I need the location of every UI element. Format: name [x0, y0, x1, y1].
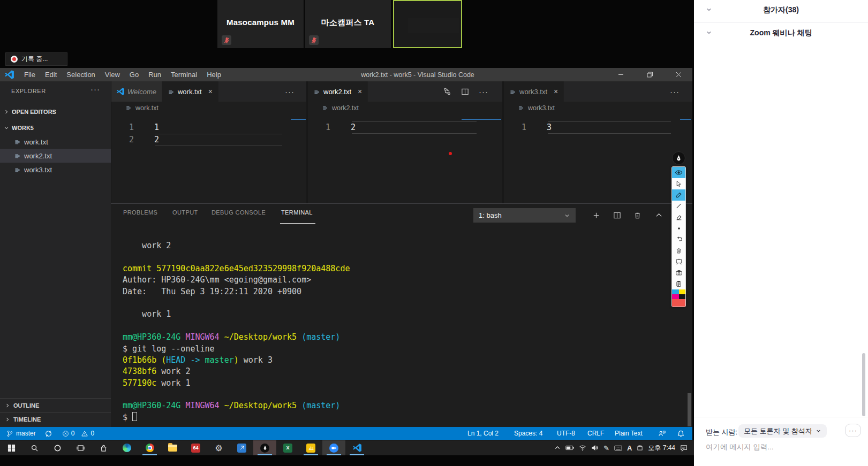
tab-problems[interactable]: PROBLEMS — [123, 209, 157, 216]
action-center-icon[interactable] — [680, 445, 688, 452]
epic-pen-taskbar-icon[interactable] — [253, 440, 276, 455]
tab-terminal[interactable]: TERMINAL — [281, 209, 313, 216]
tab-welcome[interactable]: Welcome — [111, 81, 162, 102]
restore-button[interactable] — [637, 68, 662, 81]
search-icon[interactable] — [23, 440, 46, 455]
cortana-icon[interactable] — [46, 440, 69, 455]
vscode-taskbar-icon[interactable] — [345, 440, 368, 455]
microsoft-store-icon[interactable] — [92, 440, 115, 455]
chat-more-button[interactable]: ··· — [845, 424, 861, 437]
hidden-icons-chevron[interactable] — [554, 445, 561, 451]
color-palette[interactable] — [672, 289, 685, 299]
size-dot-icon[interactable] — [672, 223, 685, 234]
encoding[interactable]: UTF-8 — [557, 427, 575, 440]
terminal-output[interactable]: work 2 commit 577190c0aa822e6e45ed323529… — [123, 240, 350, 423]
editor-content[interactable]: 1 3 — [504, 114, 692, 203]
chrome-icon[interactable] — [138, 440, 161, 455]
touch-keyboard-icon[interactable] — [614, 445, 622, 451]
menu-edit[interactable]: Edit — [40, 68, 62, 81]
breadcrumb[interactable]: work2.txt — [308, 102, 502, 114]
sync-icon[interactable] — [44, 430, 52, 438]
eol-sequence[interactable]: CRLF — [587, 427, 604, 440]
terminal-scrollbar[interactable] — [688, 393, 691, 426]
zoom-app-icon[interactable] — [322, 440, 345, 455]
breadcrumb[interactable]: work.txt — [111, 102, 306, 114]
pen-tool-icon[interactable] — [672, 201, 685, 212]
split-editor-icon[interactable] — [461, 88, 469, 96]
editor-content[interactable]: 1 1 2 2 — [111, 114, 306, 203]
cursor-position[interactable]: Ln 1, Col 2 — [467, 427, 499, 440]
errors-indicator[interactable]: 0 — [62, 430, 75, 437]
menu-view[interactable]: View — [100, 68, 125, 81]
start-button[interactable] — [0, 440, 23, 455]
minimize-button[interactable] — [608, 68, 633, 81]
menu-selection[interactable]: Selection — [62, 68, 100, 81]
editor-content[interactable]: 1 2 — [308, 114, 502, 203]
menu-help[interactable]: Help — [202, 68, 226, 81]
clipboard-icon[interactable] — [672, 278, 685, 289]
battery-icon[interactable] — [565, 445, 574, 450]
close-tab-icon[interactable]: × — [554, 87, 558, 96]
chat-header[interactable]: Zoom 웨비나 채팅 — [694, 28, 868, 38]
language-mode[interactable]: Plain Text — [615, 427, 643, 440]
folder-section-work5[interactable]: WORK5 — [0, 121, 111, 134]
tab-work3-txt[interactable]: work3.txt × — [504, 81, 564, 102]
app-64-icon[interactable]: 64 — [184, 440, 207, 455]
wifi-icon[interactable] — [579, 445, 586, 451]
file-explorer-icon[interactable] — [161, 440, 184, 455]
pen-input-icon[interactable]: ✎ — [603, 444, 609, 452]
highlighter-tool-icon[interactable] — [672, 189, 685, 201]
cursor-tool-icon[interactable] — [672, 178, 685, 189]
excel-icon[interactable]: X — [276, 440, 299, 455]
video-tile-2[interactable]: 마소캠퍼스 TA — [305, 0, 391, 48]
timeline-section[interactable]: TIMELINE — [0, 412, 111, 426]
outline-section[interactable]: OUTLINE — [0, 398, 111, 412]
clear-trash-icon[interactable] — [672, 245, 685, 256]
new-terminal-icon[interactable] — [591, 210, 601, 220]
menu-run[interactable]: Run — [144, 68, 166, 81]
whiteboard-tool-icon[interactable] — [672, 256, 685, 268]
maximize-panel-icon[interactable] — [653, 210, 664, 220]
taskbar-clock[interactable]: 오후 7:44 — [648, 444, 675, 453]
task-view-icon[interactable] — [69, 440, 92, 455]
file-item-work3-txt[interactable]: work3.txt — [0, 163, 111, 177]
ime-toolbar-icon[interactable] — [637, 445, 643, 451]
menu-go[interactable]: Go — [125, 68, 144, 81]
breadcrumb[interactable]: work3.txt — [504, 102, 692, 114]
tab-work2-txt[interactable]: work2.txt × — [308, 81, 368, 102]
active-color-swatch[interactable] — [672, 299, 685, 307]
more-actions-icon[interactable]: ··· — [670, 87, 680, 96]
participants-header[interactable]: 참가자(38) — [694, 5, 868, 15]
chart-app-icon[interactable] — [299, 440, 322, 455]
file-item-work2-txt[interactable]: work2.txt — [0, 149, 111, 163]
chat-scrollbar[interactable] — [862, 353, 865, 416]
feedback-icon[interactable] — [658, 427, 666, 440]
menu-terminal[interactable]: Terminal — [166, 68, 202, 81]
shell-selector[interactable]: 1: bash — [473, 208, 576, 223]
send-to-dropdown[interactable]: 모든 토론자 및 참석자 — [738, 424, 827, 438]
git-branch-icon[interactable]: master — [6, 430, 36, 437]
close-tab-icon[interactable]: × — [208, 87, 213, 96]
menu-file[interactable]: File — [19, 68, 40, 81]
tab-output[interactable]: OUTPUT — [172, 209, 198, 216]
chat-message-input[interactable]: 여기에 메시지 입력... — [706, 442, 774, 452]
file-item-work-txt[interactable]: work.txt — [0, 135, 111, 149]
ime-language-indicator[interactable]: A — [627, 444, 632, 452]
video-tile-1[interactable]: Masocampus MM — [217, 0, 304, 48]
settings-gear-icon[interactable]: ⚙ — [207, 440, 230, 455]
notifications-bell-icon[interactable] — [677, 427, 685, 440]
epic-pen-launcher[interactable] — [672, 151, 685, 165]
warnings-indicator[interactable]: 0 — [81, 430, 94, 437]
video-tile-active-speaker[interactable] — [393, 0, 462, 48]
open-changes-icon[interactable] — [443, 87, 451, 96]
close-button[interactable] — [666, 68, 691, 81]
indentation[interactable]: Spaces: 4 — [514, 427, 542, 440]
more-actions-icon[interactable]: ··· — [479, 87, 488, 96]
more-actions-icon[interactable]: ··· — [285, 87, 295, 96]
snip-tool-icon[interactable] — [230, 440, 253, 455]
split-terminal-icon[interactable] — [612, 210, 622, 220]
open-editors-section[interactable]: OPEN EDITORS — [0, 105, 111, 118]
edge-icon[interactable] — [115, 440, 138, 455]
kill-terminal-icon[interactable] — [632, 210, 643, 220]
eye-tool-icon[interactable] — [672, 167, 685, 178]
